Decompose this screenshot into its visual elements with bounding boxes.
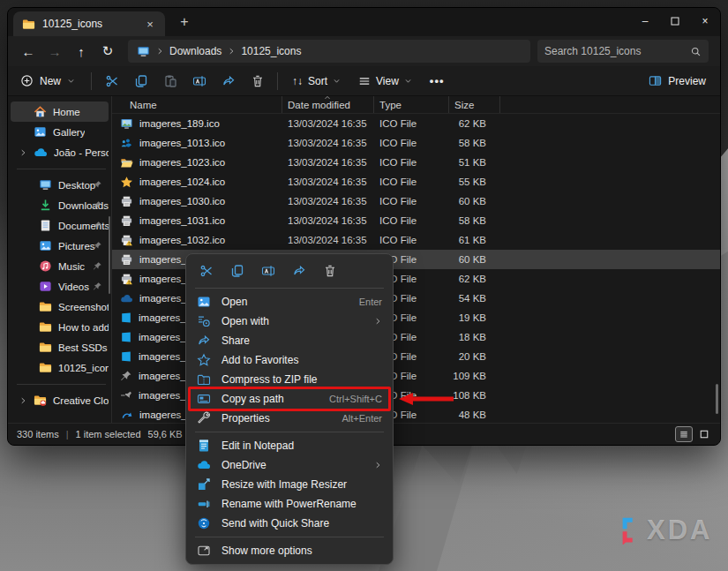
paste-button[interactable] bbox=[155, 69, 184, 94]
context-item-open-with[interactable]: Open with bbox=[186, 312, 393, 331]
cut-button[interactable] bbox=[97, 69, 126, 94]
desktop-icon bbox=[39, 178, 52, 192]
search-input[interactable] bbox=[544, 45, 690, 57]
tab-bar: 10125_icons × + – × bbox=[8, 8, 720, 36]
context-share-button[interactable] bbox=[288, 260, 311, 282]
sidebar-item-how-to-add-or-r[interactable]: How to add or r bbox=[11, 317, 109, 337]
delete-button[interactable] bbox=[243, 69, 272, 94]
back-button[interactable]: ← bbox=[15, 39, 41, 64]
maximize-button[interactable] bbox=[660, 8, 690, 34]
file-row[interactable]: imageres_189.ico13/03/2024 16:35ICO File… bbox=[112, 114, 720, 133]
sidebar-item-label: Pictures bbox=[58, 241, 95, 252]
view-button[interactable]: View bbox=[349, 69, 421, 94]
pin-small-icon bbox=[93, 282, 102, 291]
sidebar-item-videos[interactable]: Videos bbox=[11, 276, 109, 297]
context-item-resize-with-image-resizer[interactable]: Resize with Image Resizer bbox=[186, 475, 393, 494]
delete-icon bbox=[323, 264, 337, 278]
chevron-right-icon[interactable] bbox=[19, 396, 27, 405]
forward-button[interactable]: → bbox=[41, 39, 68, 64]
new-tab-button[interactable]: + bbox=[174, 11, 195, 33]
context-copy-button[interactable] bbox=[226, 260, 249, 282]
new-button-label: New bbox=[40, 75, 61, 87]
sidebar-item-creative-cloud-f[interactable]: Creative Cloud F bbox=[11, 390, 109, 410]
chevron-right-icon[interactable] bbox=[19, 148, 27, 157]
pin-small-icon bbox=[93, 200, 102, 210]
power-rename-icon bbox=[197, 497, 211, 511]
file-row[interactable]: imageres_1031.ico13/03/2024 16:35ICO Fil… bbox=[112, 211, 720, 230]
preview-toggle[interactable]: Preview bbox=[649, 74, 720, 87]
chevron-right-icon bbox=[155, 47, 164, 56]
sidebar-item-desktop[interactable]: Desktop bbox=[11, 175, 109, 195]
context-item-share[interactable]: Share bbox=[186, 331, 393, 350]
chevR-icon bbox=[227, 47, 236, 56]
new-button[interactable]: New bbox=[8, 66, 86, 95]
context-item-send-with-quick-share[interactable]: Send with Quick Share bbox=[186, 514, 393, 533]
minimize-button[interactable]: – bbox=[630, 8, 660, 34]
file-row[interactable]: imageres_1032.ico13/03/2024 16:35ICO Fil… bbox=[112, 230, 720, 250]
sidebar-item-gallery[interactable]: Gallery bbox=[11, 122, 109, 142]
breadcrumb-downloads[interactable]: Downloads bbox=[169, 45, 221, 57]
sidebar-item-home[interactable]: Home bbox=[11, 101, 109, 122]
file-list-scrollbar[interactable] bbox=[716, 384, 718, 414]
column-header-name[interactable]: Name bbox=[112, 96, 282, 113]
monitor-image-icon bbox=[120, 117, 133, 131]
context-item-edit-in-notepad[interactable]: Edit in Notepad bbox=[186, 436, 393, 455]
document-icon bbox=[39, 219, 52, 232]
details-view-button[interactable] bbox=[675, 426, 693, 442]
sidebar-divider bbox=[8, 378, 111, 390]
sidebar-item-downloads[interactable]: Downloads bbox=[11, 195, 109, 215]
file-type: ICO File bbox=[374, 196, 449, 207]
rename-button[interactable] bbox=[184, 69, 214, 94]
column-header-date-modified[interactable]: Date modified bbox=[282, 96, 374, 113]
sidebar-item-music[interactable]: Music bbox=[11, 256, 109, 276]
desktop-icon bbox=[137, 45, 150, 58]
file-name: imageres_189.ico bbox=[139, 118, 220, 129]
context-item-properties[interactable]: PropertiesAlt+Enter bbox=[186, 409, 393, 428]
context-item-onedrive[interactable]: OneDrive bbox=[186, 455, 393, 475]
sort-button[interactable]: ↑↓ Sort bbox=[283, 69, 349, 94]
column-header-size[interactable]: Size bbox=[449, 96, 500, 113]
context-menu-separator bbox=[195, 432, 384, 432]
up-button[interactable]: ↑ bbox=[68, 39, 94, 64]
shortcut-label: Ctrl+Shift+C bbox=[329, 394, 382, 404]
notepad-icon bbox=[197, 439, 211, 453]
sidebar-item-jo-o-personal[interactable]: João - Personal bbox=[11, 142, 109, 162]
sidebar-item-10125-icons[interactable]: 10125_icons bbox=[11, 357, 109, 378]
context-item-compress-to-zip-file[interactable]: Compress to ZIP file bbox=[186, 370, 393, 389]
file-row[interactable]: imageres_1024.ico13/03/2024 16:35ICO Fil… bbox=[112, 172, 720, 192]
tab-close-icon[interactable]: × bbox=[142, 16, 158, 32]
refresh-button[interactable]: ↻ bbox=[94, 39, 121, 64]
breadcrumb-current-folder[interactable]: 10125_icons bbox=[241, 45, 301, 57]
large-icons-view-button[interactable] bbox=[695, 426, 713, 442]
context-item-label: Resize with Image Resizer bbox=[221, 478, 382, 491]
context-delete-button[interactable] bbox=[319, 260, 341, 282]
file-row[interactable]: imageres_1013.ico13/03/2024 16:35ICO Fil… bbox=[112, 133, 720, 153]
sidebar-item-documents[interactable]: Documents bbox=[11, 215, 109, 236]
close-button[interactable]: × bbox=[690, 8, 720, 34]
context-item-add-to-favorites[interactable]: Add to Favorites bbox=[186, 350, 393, 370]
sidebar-item-pictures[interactable]: Pictures bbox=[11, 236, 109, 256]
context-cut-button[interactable] bbox=[195, 260, 218, 282]
sidebar-item-screenshots[interactable]: Screenshots bbox=[11, 297, 109, 317]
share-button[interactable] bbox=[214, 69, 243, 94]
context-item-show-more-options[interactable]: Show more options bbox=[186, 541, 393, 560]
printer-icon bbox=[120, 253, 133, 267]
explorer-tab[interactable]: 10125_icons × bbox=[13, 11, 165, 36]
file-type: ICO File bbox=[374, 118, 449, 129]
file-row[interactable]: imageres_1023.ico13/03/2024 16:35ICO Fil… bbox=[112, 153, 720, 172]
sidebar-item-best-ssds-lenov[interactable]: Best SSDs Lenov bbox=[11, 337, 109, 357]
breadcrumb[interactable]: Downloads 10125_icons bbox=[128, 40, 530, 63]
column-header-type[interactable]: Type bbox=[374, 96, 449, 113]
search-box[interactable] bbox=[537, 40, 709, 63]
context-rename-button[interactable] bbox=[257, 260, 280, 282]
copy-button[interactable] bbox=[126, 69, 155, 94]
open-with-icon bbox=[197, 314, 211, 328]
more-options-button[interactable]: ••• bbox=[421, 74, 454, 87]
sidebar-item-label: Desktop bbox=[58, 180, 95, 191]
context-item-rename-with-powerrename[interactable]: Rename with PowerRename bbox=[186, 494, 393, 514]
context-item-open[interactable]: OpenEnter bbox=[186, 292, 393, 312]
chevD-icon bbox=[404, 77, 412, 85]
sidebar-scrollbar[interactable] bbox=[109, 216, 110, 294]
context-item-copy-as-path[interactable]: Copy as pathCtrl+Shift+C bbox=[186, 389, 393, 409]
file-row[interactable]: imageres_1030.ico13/03/2024 16:35ICO Fil… bbox=[112, 192, 720, 211]
